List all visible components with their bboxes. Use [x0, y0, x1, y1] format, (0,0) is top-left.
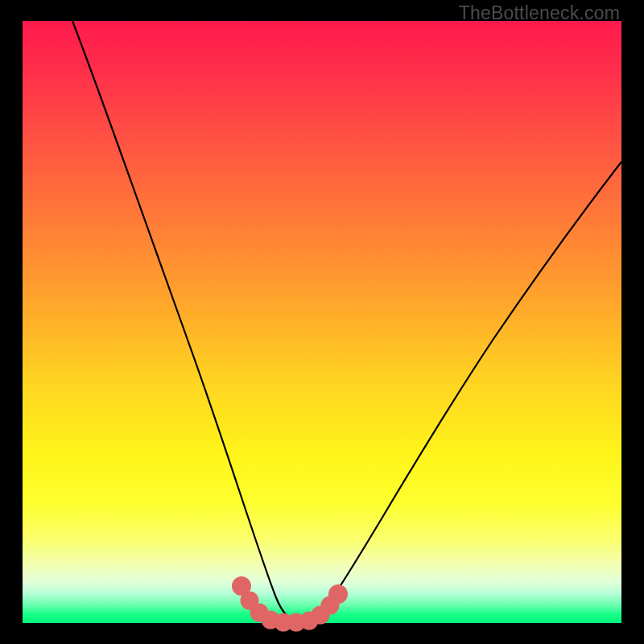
chart-frame [23, 21, 621, 623]
svg-point-9 [332, 588, 344, 600]
svg-point-0 [236, 580, 247, 592]
svg-point-1 [245, 596, 255, 606]
watermark-text: TheBottleneck.com [459, 2, 620, 24]
valley-highlight [236, 580, 344, 628]
bottleneck-curve-path [72, 21, 621, 621]
bottleneck-curve-svg [23, 21, 621, 623]
svg-point-5 [291, 617, 302, 628]
svg-point-3 [266, 615, 276, 625]
